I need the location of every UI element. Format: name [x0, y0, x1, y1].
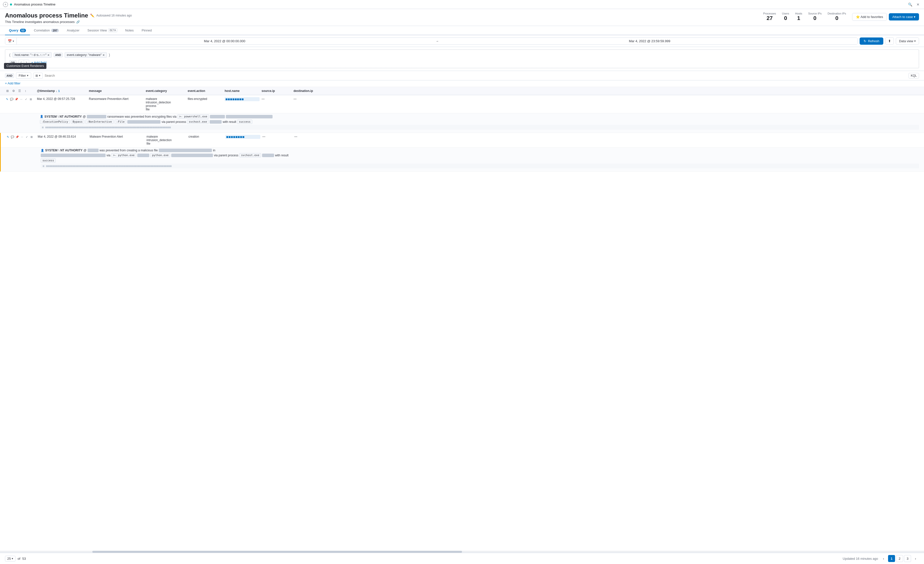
tabs-bar: Query 53 Correlation 297 Analyzer Sessio… — [0, 26, 924, 35]
event-category-tag[interactable]: event.category: "malware" ✕ — [64, 52, 107, 58]
refresh-button[interactable]: ↻ Refresh — [860, 38, 884, 45]
page-1-btn[interactable]: 1 — [888, 555, 895, 562]
host-name-tag[interactable]: host.name: "↑ d↑s..↑.↑↑" ✕ — [12, 52, 52, 58]
row-2-comment-btn[interactable]: 💬 — [10, 135, 15, 139]
page-3-btn[interactable]: 3 — [904, 555, 911, 562]
stat-dest-ips-value: 0 — [836, 15, 838, 21]
tab-notes[interactable]: Notes — [121, 26, 138, 35]
time-end-value[interactable]: Mar 4, 2022 @ 23:59:59.999 — [442, 38, 858, 44]
row-1-expanded: 👤 SYSTEM \ NT AUTHORITY @ ■■ ■■■.■■■. ra… — [0, 113, 924, 132]
edit-subtitle-icon[interactable]: 🔗 — [76, 20, 80, 24]
row-2-expand-detail-btn[interactable]: ⊞ — [30, 135, 33, 139]
r2-nt-authority: NT AUTHORITY — [60, 149, 82, 152]
stat-users-label: Users — [782, 12, 789, 15]
expand-rows-icon[interactable]: ⊞ — [5, 89, 10, 93]
r2-full-cmd: ■ ■■■■■■■■■■■■■■■■■■■■■■■■■■■■■■■■■■■■■■… — [43, 164, 172, 168]
row-1-expand-detail-btn[interactable]: ⊞ — [29, 97, 33, 101]
filter-dropdown-btn[interactable]: Filter ▾ — [16, 72, 31, 79]
time-arrow-icon: → — [432, 38, 442, 44]
row-1-pin-btn[interactable]: 📌 — [15, 97, 18, 101]
total-count: 53 — [22, 557, 26, 561]
tab-analyzer[interactable]: Analyzer — [63, 26, 84, 35]
columns-icon[interactable]: ☰ — [17, 89, 22, 93]
add-to-favorites-button[interactable]: ⭐ Add to favorites — [852, 13, 887, 21]
row-2-expand-btn[interactable]: ✎ — [6, 135, 10, 139]
row-1-timestamp: Mar 4, 2022 @ 09:57:25.728 — [37, 97, 87, 101]
th-timestamp[interactable]: @timestamp ↓ 1 — [37, 89, 87, 93]
r2-python-tag: >- python.exe — [111, 153, 136, 157]
row-2-more-btn[interactable]: ··· — [20, 135, 24, 139]
r1-blurred-3: ■■■■■■■■■■ — [226, 115, 272, 119]
search-input[interactable] — [45, 73, 906, 78]
row-1-more-btn[interactable]: ··· — [19, 97, 23, 101]
open-paren-1: ( — [9, 53, 10, 57]
r2-with-result: with result — [275, 153, 288, 157]
tab-correlation-label: Correlation — [34, 29, 50, 32]
prev-page-btn[interactable]: ‹ — [880, 555, 887, 562]
tab-correlation[interactable]: Correlation 297 — [30, 26, 63, 35]
data-view-btn[interactable]: Data view ▾ — [896, 38, 919, 45]
event-tag-close-icon[interactable]: ✕ — [103, 54, 105, 56]
row-1-expand-btn[interactable]: ✎ — [5, 97, 9, 101]
tab-notes-label: Notes — [125, 29, 134, 32]
r2-system: SYSTEM — [45, 149, 57, 152]
search-icon-btn[interactable]: 🔍 — [907, 2, 913, 8]
add-icon-btn[interactable]: + — [3, 2, 8, 7]
tab-pinned[interactable]: Pinned — [138, 26, 156, 35]
host-tag-icon: ✕ — [47, 54, 50, 56]
time-picker[interactable]: 📅 ▾ Mar 4, 2022 @ 00:00:00.000 → Mar 4, … — [5, 38, 858, 45]
tab-session-view[interactable]: Session View BETA — [83, 26, 121, 35]
r1-backslash: \ — [58, 115, 58, 119]
horizontal-scrollbar[interactable] — [0, 551, 924, 553]
r1-blurred-1: ■■ ■■■.■■■. — [87, 115, 106, 119]
stat-source-ips-value: 0 — [813, 15, 816, 21]
kql-badge[interactable]: KQL — [909, 73, 919, 78]
page-2-btn[interactable]: 2 — [896, 555, 903, 562]
stat-dest-ips-label: Destination IPs — [828, 12, 846, 15]
row-1-check-btn[interactable]: ✓ — [24, 97, 28, 101]
th-message[interactable]: message — [89, 89, 144, 93]
row-2-check-btn[interactable]: ✓ — [25, 135, 29, 139]
page-title: Anomalous process Timeline — [5, 12, 88, 19]
field-selector-btn[interactable]: ⊞ ▾ — [33, 73, 43, 79]
tab-query[interactable]: Query 53 — [5, 26, 30, 35]
row-1-host-name[interactable]: ■■■■■■■■ — [225, 97, 260, 101]
customize-renderers-tooltip: Customize Event Renderers — [4, 63, 46, 69]
upload-icon-btn[interactable]: ⬆ — [885, 37, 894, 45]
row-2-pin-btn[interactable]: 📌 — [15, 135, 19, 139]
time-picker-icon-btn[interactable]: 📅 ▾ — [5, 38, 17, 44]
query-row-1: ( host.name: "↑ d↑s..↑.↑↑" ✕ AND event.c… — [9, 52, 915, 58]
row-2-host-name[interactable]: ■■■■■■■■ — [225, 135, 260, 139]
scrollbar-thumb[interactable] — [92, 551, 462, 553]
row-1-comment-btn[interactable]: 💬 — [10, 97, 14, 101]
tab-pinned-label: Pinned — [142, 29, 152, 32]
th-event-category[interactable]: event.category — [146, 89, 186, 93]
r2-success-tag: success — [40, 158, 56, 162]
r1-at: @ — [83, 115, 86, 119]
r1-bypass-tag: Bypass — [71, 120, 84, 124]
th-event-action[interactable]: event.action — [188, 89, 223, 93]
stat-users: Users 0 — [782, 12, 789, 21]
timestamp-sort-icon: ↓ — [56, 89, 57, 92]
r2-blurred-3: ■■■ — [137, 153, 149, 157]
th-host-name[interactable]: host.name — [225, 89, 260, 93]
close-icon-btn[interactable]: ✕ — [915, 2, 921, 8]
next-page-btn[interactable]: › — [912, 555, 919, 562]
main-content: Anomalous process Timeline ✏️ Autosaved … — [0, 9, 924, 564]
r2-blurred-1: ■■■ — [88, 149, 99, 152]
header-right: Processes 27 Users 0 Hosts 1 Source IPs … — [763, 12, 919, 21]
th-dest-ip[interactable]: destination.ip — [294, 89, 324, 93]
r1-success-tag: success — [237, 120, 252, 124]
r2-blurred-2: ■■■■■■■■ — [159, 149, 212, 152]
edit-title-icon[interactable]: ✏️ — [90, 14, 94, 18]
th-source-ip[interactable]: source.ip — [262, 89, 291, 93]
attach-to-case-button[interactable]: Attach to case ▾ — [889, 13, 919, 21]
data-view-chevron-icon: ▾ — [914, 39, 916, 43]
settings-icon[interactable]: ⚙ — [11, 89, 16, 93]
add-filter-link[interactable]: + Add filter — [5, 81, 21, 85]
time-start-value[interactable]: Mar 4, 2022 @ 00:00:00.000 — [17, 38, 432, 44]
sort-icon[interactable]: ↕ — [23, 89, 28, 93]
page-size-selector[interactable]: 25 ▾ — [5, 556, 15, 561]
and-filter-label: AND — [5, 74, 14, 78]
top-bar: + Anomalous process Timeline 🔍 ✕ — [0, 0, 924, 9]
